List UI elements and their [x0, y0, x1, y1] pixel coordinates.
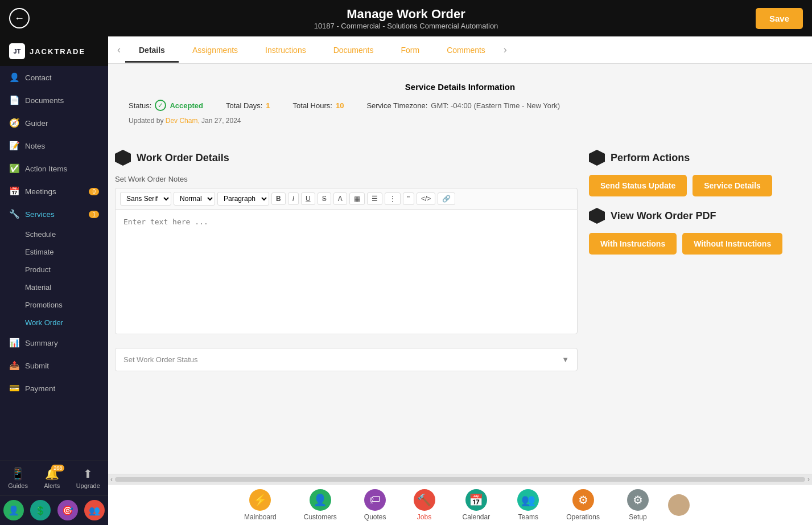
perform-actions-header: Perform Actions [589, 150, 805, 166]
quotes-icon: 🏷 [364, 489, 386, 511]
dollar-circle-icon: 💲 [35, 505, 46, 516]
work-order-section-header: Work Order Details [115, 150, 578, 166]
nav-calendar[interactable]: 📅 Calendar [449, 487, 504, 523]
sidebar-item-guider[interactable]: 🧭 Guider [0, 112, 108, 134]
tab-assignments[interactable]: Assignments [179, 38, 252, 63]
page-content[interactable]: Service Details Information Status: ✓ Ac… [108, 64, 812, 474]
sidebar-item-meetings[interactable]: 📅 Meetings 0 [0, 180, 108, 203]
mainboard-icon: ⚡ [249, 489, 271, 511]
sidebar-sub-material[interactable]: Material [0, 278, 108, 296]
bottom-scroll-area[interactable]: ‹ › [108, 474, 812, 484]
teams-icon: 👥 [517, 489, 539, 511]
sidebar-label-action-items: Action Items [25, 165, 67, 173]
user-avatar[interactable] [668, 494, 690, 516]
sidebar-item-services[interactable]: 🔧 Services 1 [0, 203, 108, 225]
code-button[interactable]: </> [417, 192, 435, 205]
user-circle-icon: 👤 [8, 505, 19, 516]
sidebar-item-submit[interactable]: 📤 Submit [0, 354, 108, 377]
alerts-badge: 268 [51, 465, 64, 471]
sidebar-sub-work-order[interactable]: Work Order [0, 314, 108, 331]
bottom-icon-team[interactable]: 👥 [84, 500, 105, 520]
author-name: Dev Cham, [166, 117, 200, 125]
bottom-icon-dollar[interactable]: 💲 [30, 500, 51, 520]
font-color-button[interactable]: A [333, 192, 347, 205]
sidebar-item-payment[interactable]: 💳 Payment [0, 377, 108, 400]
italic-button[interactable]: I [288, 192, 299, 205]
with-instructions-button[interactable]: With Instructions [589, 233, 677, 255]
calendar-icon: 📅 [465, 489, 487, 511]
guides-button[interactable]: 📱 Guides [8, 467, 28, 489]
sidebar-label-services: Services [25, 210, 55, 219]
sidebar-label-contact: Contact [25, 73, 52, 82]
strikethrough-button[interactable]: S [318, 192, 331, 205]
sidebar-item-documents[interactable]: 📄 Documents [0, 89, 108, 112]
format-select[interactable]: Paragraph [217, 192, 269, 206]
tab-details[interactable]: Details [125, 38, 179, 63]
page-subtitle: 10187 - Commercial - Solutions Commercia… [314, 22, 498, 30]
more-options-button[interactable]: ⋮ [385, 192, 401, 205]
nav-quotes[interactable]: 🏷 Quotes [351, 487, 400, 523]
nav-setup[interactable]: ⚙ Setup [613, 487, 662, 523]
upgrade-button[interactable]: ⬆ Upgrade [76, 467, 100, 489]
sidebar-label-notes: Notes [25, 142, 45, 150]
send-status-update-button[interactable]: Send Status Update [589, 175, 687, 196]
underline-button[interactable]: U [301, 192, 315, 205]
sidebar-sub-estimate[interactable]: Estimate [0, 243, 108, 261]
save-button[interactable]: Save [756, 8, 803, 29]
sidebar-sub-product[interactable]: Product [0, 261, 108, 278]
service-details-button[interactable]: Service Details [693, 175, 772, 196]
tab-instructions[interactable]: Instructions [252, 38, 320, 63]
quote-button[interactable]: " [403, 192, 414, 205]
scroll-left-arrow[interactable]: ‹ [110, 475, 113, 483]
nav-customers[interactable]: 👤 Customers [290, 487, 351, 523]
sidebar-label-submit: Submit [25, 362, 49, 370]
bottom-icon-user[interactable]: 👤 [3, 500, 24, 520]
list-button[interactable]: ☰ [367, 192, 382, 205]
scroll-right-arrow[interactable]: › [807, 475, 810, 483]
pdf-buttons: With Instructions Without Instructions [589, 233, 805, 255]
sidebar-logo: JT JACKTRADE [0, 36, 108, 66]
sidebar-scroll[interactable]: 👤 Contact 📄 Documents 🧭 Guider 📝 Notes ✅… [0, 66, 108, 461]
tab-form[interactable]: Form [387, 38, 433, 63]
tab-prev-arrow[interactable]: ‹ [113, 44, 125, 56]
notes-editor[interactable] [115, 209, 578, 334]
total-hours-label: Total Hours: [293, 101, 332, 110]
sidebar-item-contact[interactable]: 👤 Contact [0, 66, 108, 89]
nav-jobs[interactable]: 🔨 Jobs [400, 487, 449, 523]
sidebar-sub-promotions[interactable]: Promotions [0, 296, 108, 314]
tab-next-arrow[interactable]: › [499, 44, 512, 56]
sidebar-item-action-items[interactable]: ✅ Action Items [0, 157, 108, 180]
updated-by: Updated by Dev Cham, Jan 27, 2024 [129, 117, 792, 125]
notes-label: Set Work Order Notes [115, 175, 578, 183]
team-circle-icon: 👥 [89, 505, 100, 516]
sidebar-sub-schedule[interactable]: Schedule [0, 225, 108, 243]
action-items-icon: ✅ [9, 163, 19, 174]
target-circle-icon: 🎯 [62, 505, 73, 516]
highlight-button[interactable]: ▦ [349, 192, 365, 205]
status-dropdown-label: Set Work Order Status [123, 355, 198, 364]
calendar-label: Calendar [463, 513, 491, 521]
view-pdf-header: View Work Order PDF [589, 208, 805, 224]
sidebar-item-summary[interactable]: 📊 Summary [0, 331, 108, 354]
back-button[interactable]: ← [9, 8, 30, 28]
nav-mainboard[interactable]: ⚡ Mainboard [230, 487, 290, 523]
size-select[interactable]: Normal [174, 192, 215, 206]
without-instructions-button[interactable]: Without Instructions [682, 233, 782, 255]
sidebar-item-notes[interactable]: 📝 Notes [0, 134, 108, 157]
horizontal-scrollbar[interactable] [115, 477, 805, 482]
bottom-icon-target[interactable]: 🎯 [57, 500, 78, 520]
tab-comments[interactable]: Comments [433, 38, 499, 63]
tab-documents[interactable]: Documents [320, 38, 388, 63]
alerts-button[interactable]: 🔔 268 Alerts [44, 467, 60, 489]
sidebar-label-summary: Summary [25, 339, 58, 347]
status-dropdown[interactable]: Set Work Order Status ▼ [115, 348, 578, 371]
alerts-label: Alerts [44, 482, 60, 489]
status-check-icon: ✓ [155, 100, 166, 111]
link-button[interactable]: 🔗 [438, 192, 455, 205]
status-label: Status: [129, 101, 151, 110]
quotes-label: Quotes [364, 513, 386, 521]
nav-teams[interactable]: 👥 Teams [504, 487, 553, 523]
nav-operations[interactable]: ⚙ Operations [553, 487, 613, 523]
bold-button[interactable]: B [271, 192, 286, 205]
font-select[interactable]: Sans Serif [120, 192, 171, 206]
